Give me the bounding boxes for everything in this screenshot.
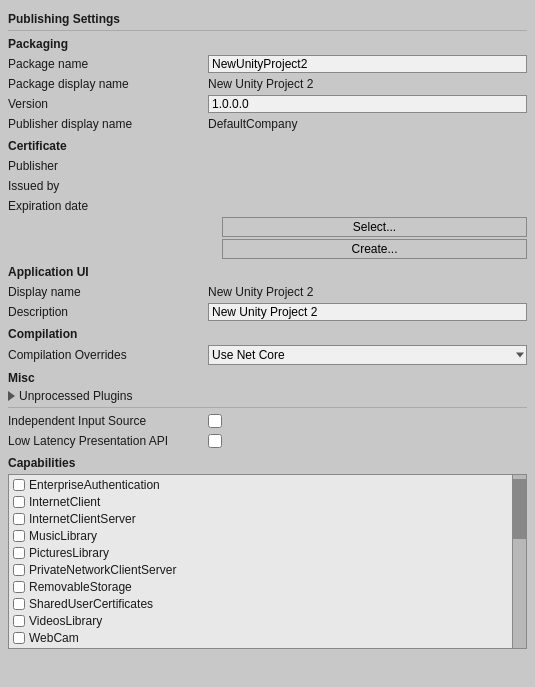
list-item: Proximity bbox=[13, 647, 522, 649]
compilation-overrides-label: Compilation Overrides bbox=[8, 348, 208, 362]
capability-checkbox[interactable] bbox=[13, 598, 25, 610]
independent-input-row: Independent Input Source bbox=[8, 412, 527, 430]
expiration-date-label: Expiration date bbox=[8, 199, 208, 213]
divider-top bbox=[8, 30, 527, 31]
package-display-name-label: Package display name bbox=[8, 77, 208, 91]
low-latency-label: Low Latency Presentation API bbox=[8, 434, 208, 448]
version-row: Version bbox=[8, 95, 527, 113]
capability-label: VideosLibrary bbox=[29, 614, 102, 628]
publishing-settings-panel: Publishing Settings Packaging Package na… bbox=[0, 0, 535, 655]
compilation-overrides-wrapper: Use Net Core .NET 4.x .NET Standard 2.0 bbox=[208, 345, 527, 365]
package-name-input[interactable] bbox=[208, 55, 527, 73]
application-ui-section-title: Application UI bbox=[8, 265, 527, 279]
capability-checkbox[interactable] bbox=[13, 632, 25, 644]
capability-label: MusicLibrary bbox=[29, 529, 97, 543]
select-button[interactable]: Select... bbox=[222, 217, 527, 237]
capability-label: InternetClientServer bbox=[29, 512, 136, 526]
issued-by-row: Issued by bbox=[8, 177, 527, 195]
list-item: InternetClientServer bbox=[13, 511, 522, 527]
capabilities-items-container: EnterpriseAuthenticationInternetClientIn… bbox=[13, 477, 522, 649]
package-display-name-row: Package display name New Unity Project 2 bbox=[8, 75, 527, 93]
certificate-section-title: Certificate bbox=[8, 139, 527, 153]
panel-title: Publishing Settings bbox=[8, 12, 527, 26]
package-name-label: Package name bbox=[8, 57, 208, 71]
list-item: InternetClient bbox=[13, 494, 522, 510]
scrollbar-track[interactable] bbox=[512, 475, 526, 648]
capability-label: WebCam bbox=[29, 631, 79, 645]
publisher-display-name-label: Publisher display name bbox=[8, 117, 208, 131]
capability-checkbox[interactable] bbox=[13, 530, 25, 542]
capability-label: Proximity bbox=[29, 648, 78, 649]
version-label: Version bbox=[8, 97, 208, 111]
expiration-date-row: Expiration date bbox=[8, 197, 527, 215]
capabilities-list: EnterpriseAuthenticationInternetClientIn… bbox=[8, 474, 527, 649]
package-name-row: Package name bbox=[8, 55, 527, 73]
create-button[interactable]: Create... bbox=[222, 239, 527, 259]
issued-by-label: Issued by bbox=[8, 179, 208, 193]
unprocessed-plugins-label: Unprocessed Plugins bbox=[19, 389, 219, 403]
description-label: Description bbox=[8, 305, 208, 319]
select-button-row: Select... bbox=[8, 217, 527, 237]
capability-checkbox[interactable] bbox=[13, 615, 25, 627]
description-input[interactable] bbox=[208, 303, 527, 321]
compilation-overrides-row: Compilation Overrides Use Net Core .NET … bbox=[8, 345, 527, 365]
list-item: RemovableStorage bbox=[13, 579, 522, 595]
divider-misc bbox=[8, 407, 527, 408]
low-latency-checkbox[interactable] bbox=[208, 434, 222, 448]
publisher-display-name-row: Publisher display name DefaultCompany bbox=[8, 115, 527, 133]
capabilities-section-title: Capabilities bbox=[8, 456, 527, 470]
capability-label: InternetClient bbox=[29, 495, 100, 509]
display-name-row: Display name New Unity Project 2 bbox=[8, 283, 527, 301]
capability-label: PrivateNetworkClientServer bbox=[29, 563, 176, 577]
capability-label: EnterpriseAuthentication bbox=[29, 478, 160, 492]
capability-checkbox[interactable] bbox=[13, 581, 25, 593]
capability-checkbox[interactable] bbox=[13, 479, 25, 491]
misc-section-title: Misc bbox=[8, 371, 527, 385]
publisher-row: Publisher bbox=[8, 157, 527, 175]
list-item: EnterpriseAuthentication bbox=[13, 477, 522, 493]
list-item: PrivateNetworkClientServer bbox=[13, 562, 522, 578]
display-name-label: Display name bbox=[8, 285, 208, 299]
version-input[interactable] bbox=[208, 95, 527, 113]
capability-checkbox[interactable] bbox=[13, 513, 25, 525]
capability-label: PicturesLibrary bbox=[29, 546, 109, 560]
list-item: PicturesLibrary bbox=[13, 545, 522, 561]
unprocessed-plugins-row: Unprocessed Plugins bbox=[8, 389, 527, 403]
capability-label: SharedUserCertificates bbox=[29, 597, 153, 611]
capability-checkbox[interactable] bbox=[13, 547, 25, 559]
compilation-overrides-select[interactable]: Use Net Core .NET 4.x .NET Standard 2.0 bbox=[208, 345, 527, 365]
display-name-value: New Unity Project 2 bbox=[208, 285, 527, 299]
create-button-row: Create... bbox=[8, 239, 527, 259]
description-row: Description bbox=[8, 303, 527, 321]
list-item: MusicLibrary bbox=[13, 528, 522, 544]
scrollbar-thumb[interactable] bbox=[512, 479, 526, 539]
independent-input-label: Independent Input Source bbox=[8, 414, 208, 428]
capability-checkbox[interactable] bbox=[13, 496, 25, 508]
publisher-label: Publisher bbox=[8, 159, 208, 173]
expand-triangle-icon[interactable] bbox=[8, 391, 15, 401]
publisher-display-name-value: DefaultCompany bbox=[208, 117, 527, 131]
low-latency-row: Low Latency Presentation API bbox=[8, 432, 527, 450]
list-item: VideosLibrary bbox=[13, 613, 522, 629]
capability-checkbox[interactable] bbox=[13, 564, 25, 576]
compilation-section-title: Compilation bbox=[8, 327, 527, 341]
packaging-section-title: Packaging bbox=[8, 37, 527, 51]
package-display-name-value: New Unity Project 2 bbox=[208, 77, 527, 91]
capability-label: RemovableStorage bbox=[29, 580, 132, 594]
independent-input-checkbox[interactable] bbox=[208, 414, 222, 428]
list-item: WebCam bbox=[13, 630, 522, 646]
list-item: SharedUserCertificates bbox=[13, 596, 522, 612]
